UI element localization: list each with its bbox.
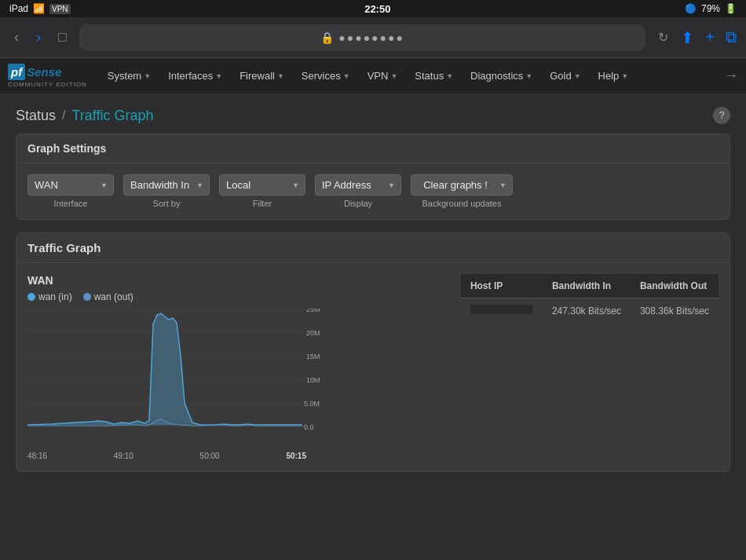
- device-label: iPad: [9, 3, 28, 14]
- nav-services-label: Services: [302, 70, 341, 82]
- nav-status[interactable]: Status ▼: [407, 65, 461, 86]
- graph-settings-header: Graph Settings: [16, 134, 730, 163]
- nav-gold[interactable]: Gold ▼: [542, 65, 588, 86]
- display-select[interactable]: IP Address: [315, 174, 401, 196]
- nav-system-arrow: ▼: [144, 72, 151, 80]
- page-content: Status / Traffic Graph ? Graph Settings …: [0, 94, 746, 560]
- x-label-3: 50:15: [286, 452, 306, 460]
- legend-in: wan (in): [27, 291, 72, 302]
- display-label: Display: [315, 199, 401, 208]
- chart-svg-wrap: 25M 20M 15M 10M 5.0M 0.0 48:16 49:10 50:…: [27, 309, 448, 460]
- chart-legend: wan (in) wan (out): [27, 291, 448, 302]
- nav-vpn[interactable]: VPN ▼: [360, 65, 406, 86]
- browser-bar: ‹ › □ 🔒 ●●●●●●●● ↻ ⬆ + ⧉: [0, 17, 746, 58]
- legend-in-label: wan (in): [38, 291, 72, 302]
- chart-x-labels: 48:16 49:10 50:00 50:15: [27, 452, 306, 460]
- nav-vpn-arrow: ▼: [390, 72, 397, 80]
- chart-container: WAN wan (in) wan (out): [27, 274, 448, 460]
- help-icon-button[interactable]: ?: [713, 107, 730, 124]
- traffic-graph-body: WAN wan (in) wan (out): [16, 263, 730, 471]
- nav-firewall-label: Firewall: [240, 70, 275, 82]
- display-select-wrapper: IP Address: [315, 174, 401, 196]
- new-tab-button[interactable]: +: [705, 28, 715, 47]
- chart-title: WAN: [27, 274, 448, 287]
- clear-control: Clear graphs ! Background updates: [411, 174, 513, 208]
- sortby-control: Bandwidth In Sort by: [123, 174, 210, 208]
- interface-label: Interface: [27, 199, 114, 208]
- status-time: 22:50: [364, 3, 390, 15]
- filter-select[interactable]: Local: [219, 174, 305, 196]
- pfsense-nav: pf Sense Community Edition System ▼ Inte…: [0, 58, 746, 94]
- nav-help-label: Help: [598, 70, 620, 82]
- cell-ip: [461, 298, 543, 324]
- bg-updates-label: Background updates: [411, 199, 513, 208]
- cell-bw-in: 247.30k Bits/sec: [543, 298, 631, 324]
- status-bar-left: iPad 📶 VPN: [9, 3, 71, 14]
- svg-text:5.0M: 5.0M: [304, 400, 320, 408]
- svg-text:10M: 10M: [306, 376, 320, 384]
- interface-select[interactable]: WAN: [27, 174, 114, 196]
- forward-button[interactable]: ›: [31, 26, 46, 49]
- nav-status-label: Status: [415, 70, 444, 82]
- nav-system[interactable]: System ▼: [100, 65, 159, 86]
- legend-out: wan (out): [83, 291, 133, 302]
- x-label-0: 48:16: [27, 452, 47, 460]
- nav-firewall[interactable]: Firewall ▼: [232, 65, 292, 86]
- svg-text:0.0: 0.0: [304, 423, 314, 431]
- nav-services-arrow: ▼: [343, 72, 350, 80]
- reload-button[interactable]: ↻: [653, 27, 673, 48]
- nav-interfaces[interactable]: Interfaces ▼: [160, 65, 230, 86]
- sortby-label: Sort by: [123, 199, 210, 208]
- nav-help[interactable]: Help ▼: [591, 65, 637, 86]
- breadcrumb-separator: /: [62, 108, 65, 123]
- signout-icon[interactable]: →: [724, 68, 738, 84]
- svg-text:15M: 15M: [306, 353, 320, 361]
- pfsense-logo[interactable]: pf Sense Community Edition: [8, 64, 87, 88]
- status-bar: iPad 📶 VPN 22:50 🔵 79% 🔋: [0, 0, 746, 17]
- nav-vpn-label: VPN: [368, 70, 389, 82]
- traffic-graph-card: Traffic Graph WAN wan (in) wan (out): [16, 232, 730, 472]
- nav-diagnostics[interactable]: Diagnostics ▼: [463, 65, 540, 86]
- nav-gold-label: Gold: [550, 70, 571, 82]
- nav-help-arrow: ▼: [621, 72, 628, 80]
- sortby-select[interactable]: Bandwidth In: [123, 174, 210, 196]
- graph-settings-body: WAN Interface Bandwidth In Sort by: [16, 163, 730, 219]
- svg-text:25M: 25M: [306, 309, 320, 313]
- nav-interfaces-label: Interfaces: [168, 70, 213, 82]
- url-text: ●●●●●●●●: [338, 31, 404, 44]
- bookmarks-button[interactable]: □: [53, 26, 71, 49]
- x-label-1: 49:10: [114, 452, 133, 460]
- col-bw-in: Bandwidth In: [543, 274, 631, 298]
- battery-percent: 79%: [701, 3, 720, 14]
- lock-icon: 🔒: [320, 31, 334, 44]
- ip-masked: [470, 305, 533, 314]
- nav-system-label: System: [108, 70, 141, 82]
- filter-select-wrapper: Local: [219, 174, 305, 196]
- x-label-2: 50:00: [200, 452, 220, 460]
- battery-icon: 🔋: [725, 3, 737, 14]
- back-button[interactable]: ‹: [9, 26, 24, 49]
- table-header-row: Host IP Bandwidth In Bandwidth Out: [461, 274, 719, 298]
- breadcrumb-parent: Status: [16, 108, 56, 124]
- tabs-button[interactable]: ⧉: [726, 28, 737, 47]
- filter-label: Filter: [219, 199, 305, 208]
- sortby-select-wrapper: Bandwidth In: [123, 174, 210, 196]
- traffic-graph-header: Traffic Graph: [16, 233, 730, 263]
- share-button[interactable]: ⬆: [681, 28, 694, 47]
- traffic-table-container: Host IP Bandwidth In Bandwidth Out 247.3…: [461, 274, 719, 460]
- browser-actions: ⬆ + ⧉: [681, 28, 737, 47]
- nav-services[interactable]: Services ▼: [294, 65, 358, 86]
- breadcrumb-current: Traffic Graph: [71, 108, 153, 124]
- interface-select-wrapper: WAN: [27, 174, 114, 196]
- nav-gold-arrow: ▼: [574, 72, 581, 80]
- col-bw-out: Bandwidth Out: [631, 274, 719, 298]
- nav-status-arrow: ▼: [446, 72, 453, 80]
- clear-graphs-button[interactable]: Clear graphs !: [411, 174, 513, 196]
- url-bar[interactable]: 🔒 ●●●●●●●●: [79, 24, 645, 51]
- page-header: Status / Traffic Graph ?: [16, 94, 730, 134]
- wifi-icon: 📶: [33, 3, 45, 14]
- chart-line-in: [27, 313, 302, 425]
- traffic-table: Host IP Bandwidth In Bandwidth Out 247.3…: [461, 274, 719, 323]
- nav-firewall-arrow: ▼: [277, 72, 284, 80]
- cell-bw-out: 308.36k Bits/sec: [631, 298, 719, 324]
